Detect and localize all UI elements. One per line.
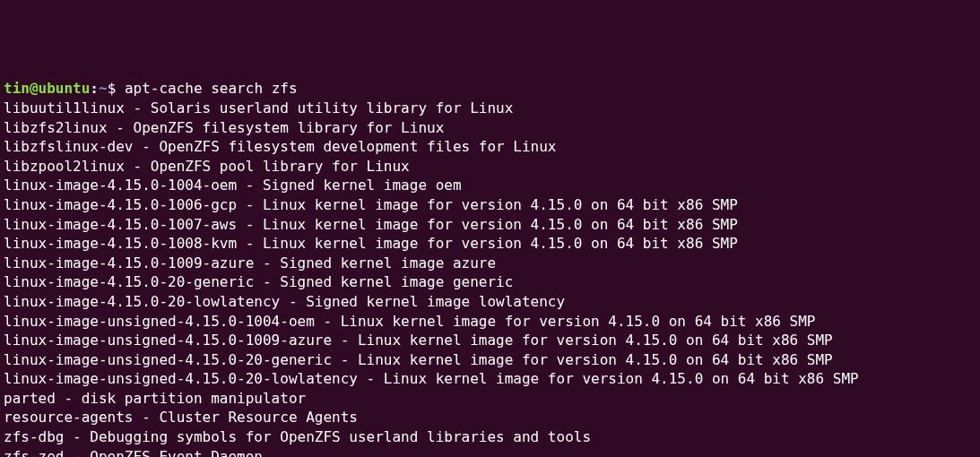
output-line: linux-image-unsigned-4.15.0-1009-azure -… xyxy=(4,332,833,349)
prompt-dollar: $ xyxy=(108,80,125,97)
output-line: resource-agents - Cluster Resource Agent… xyxy=(4,409,358,426)
prompt-line: tin@ubuntu:~$ apt-cache search zfs xyxy=(4,80,298,97)
prompt-user: tin xyxy=(4,80,30,97)
output-line: linux-image-4.15.0-1006-gcp - Linux kern… xyxy=(4,196,738,213)
output-line: linux-image-unsigned-4.15.0-20-generic -… xyxy=(4,351,833,368)
prompt-path: ~ xyxy=(99,80,108,97)
prompt-colon: : xyxy=(90,80,99,97)
output-line: linux-image-4.15.0-20-generic - Signed k… xyxy=(4,273,513,290)
prompt-at: @ xyxy=(30,80,39,97)
output-line: libzfslinux-dev - OpenZFS filesystem dev… xyxy=(4,138,557,155)
output-line: libuutil1linux - Solaris userland utilit… xyxy=(4,99,513,116)
output-line: linux-image-4.15.0-20-lowlatency - Signe… xyxy=(4,293,565,310)
output-line: zfs-zed - OpenZFS Event Daemon xyxy=(4,448,263,457)
command-text: apt-cache search zfs xyxy=(125,80,298,97)
output-line: parted - disk partition manipulator xyxy=(4,390,306,407)
terminal[interactable]: tin@ubuntu:~$ apt-cache search zfs libuu… xyxy=(4,79,976,457)
output-line: linux-image-4.15.0-1009-azure - Signed k… xyxy=(4,254,496,272)
output-line: linux-image-4.15.0-1004-oem - Signed ker… xyxy=(4,177,462,194)
output-line: linux-image-unsigned-4.15.0-20-lowlatenc… xyxy=(4,370,859,387)
output-line: libzfs2linux - OpenZFS filesystem librar… xyxy=(4,119,444,136)
output-line: zfs-dbg - Debugging symbols for OpenZFS … xyxy=(4,428,591,445)
output-line: linux-image-4.15.0-1007-aws - Linux kern… xyxy=(4,216,738,233)
output-line: linux-image-unsigned-4.15.0-1004-oem - L… xyxy=(4,313,815,330)
output-line: linux-image-4.15.0-1008-kvm - Linux kern… xyxy=(4,235,738,252)
output-line: libzpool2linux - OpenZFS pool library fo… xyxy=(4,158,410,175)
prompt-host: ubuntu xyxy=(39,80,91,97)
